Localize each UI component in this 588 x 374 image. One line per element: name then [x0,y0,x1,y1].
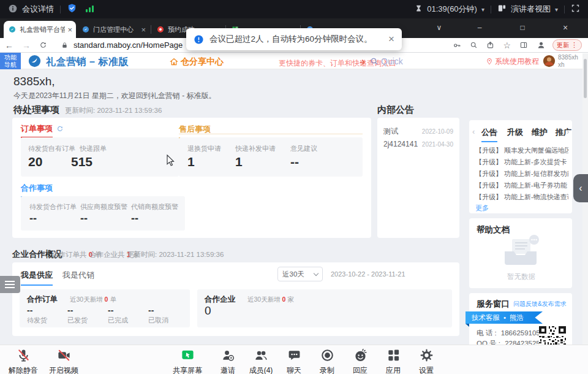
panel-collapse-handle[interactable]: ‹ [573,174,588,202]
browser-menu-icon[interactable]: ⋮ [571,41,578,49]
search-icon [370,57,379,66]
key-icon[interactable] [453,41,461,50]
stat2-prefix: 合作企业共 [89,251,125,258]
nav-line1: 功能 [0,54,21,61]
stat-value[interactable]: -- [131,212,138,225]
view-dropdown-icon[interactable]: ▾ [555,6,558,13]
date-range-text: 2023-10-22 - 2023-11-21 [331,270,405,278]
divider [564,6,565,13]
profile-avatar-icon[interactable] [537,40,546,50]
url-text[interactable]: standard.maboy.cn/HomePage [74,40,183,50]
side-panel-icon[interactable] [519,41,528,49]
mute-button[interactable]: 解除静音 [6,348,40,374]
members-button[interactable]: 成员(4) [244,348,278,374]
security-shield-icon[interactable] [67,3,77,15]
notice-item[interactable]: 【升级】 功能上新-多次提货卡 [475,158,568,167]
invite-button[interactable]: 邀请 [211,348,245,374]
function-nav-tab[interactable]: 功能 导航 [0,53,21,69]
forward-icon[interactable]: → [22,40,31,50]
order-matters-tab[interactable]: 订单事项 [21,123,53,138]
coop-orders-title: 合作订单 [27,294,58,305]
members-label: 成员(4) [244,365,278,374]
video-label: 开启视频 [47,365,81,374]
stat-value[interactable]: 20 [28,155,42,169]
quick-search-button[interactable]: Quick [370,56,403,66]
stat-value[interactable]: 515 [71,155,92,169]
stat-value[interactable]: -- [29,212,37,225]
stat-value[interactable]: 1 [235,155,243,169]
tab-close-icon[interactable]: × [67,25,72,34]
window-menu-icon[interactable]: ∨ [429,18,450,37]
stat-value[interactable]: -- [290,155,299,169]
notices-more-link[interactable]: 更多 [475,204,489,213]
tab-supplier[interactable]: 我是供应 [21,270,53,286]
bookmark-star-icon[interactable]: ☆ [503,40,511,50]
refresh-icon[interactable] [56,124,64,135]
notice-item[interactable]: 【升级】 功能上新-短信群发功能 [475,169,568,178]
window-close-icon[interactable]: × [555,18,576,37]
coop-orders-new: 近30天新增 0 单 [70,296,116,304]
meeting-detail-label[interactable]: 会议详情 [22,4,54,15]
apps-button[interactable]: 应用 [376,348,410,374]
bulletin-date: 2022-10-09 [422,128,453,135]
bulletin-item[interactable]: 2j4124141 2021-04-30 [383,140,453,148]
stat-value[interactable]: 1 [187,155,195,169]
range-select[interactable]: 近30天 [277,267,323,281]
ribbon-label: 技术客服 [472,313,500,322]
notice-tab-active[interactable]: 公告 [481,127,497,142]
aftersale-tab[interactable]: 售后事项 [179,124,211,139]
notice-tab[interactable]: 升级 [507,127,523,138]
window-maximize-icon[interactable]: □ [512,18,533,37]
window-minimize-icon[interactable]: – [469,18,490,37]
feedback-link[interactable]: 问题反馈&发布需求 [513,300,567,308]
notice-item[interactable]: 【升级】 功能上新-电子券功能 [475,181,568,190]
tab-close-icon[interactable]: × [141,25,146,34]
service-title: 服务窗口 [477,299,510,310]
user-name-block[interactable]: 8385xh xh [558,54,578,69]
share-center-link[interactable]: 仓分享中心 [170,56,224,67]
fullscreen-icon[interactable] [571,4,580,15]
page-scrollbar-thumb[interactable] [584,59,587,98]
lock-icon[interactable] [61,42,68,49]
timer-dropdown-icon[interactable]: ▾ [481,6,484,13]
settings-button[interactable]: 设置 [409,348,443,374]
zoom-icon[interactable] [470,41,478,49]
new-value: 0 [105,296,108,303]
bulletin-item[interactable]: 测试 2022-10-09 [383,126,453,137]
chat-label: 聊天 [277,365,311,374]
reload-icon[interactable] [39,41,47,49]
chat-button[interactable]: 聊天 [277,348,311,374]
meeting-info-icon[interactable] [8,4,18,15]
order-stats-box: 待发货自有订单 快递跟单 20 515 [21,137,179,177]
network-signal-icon[interactable] [85,4,95,15]
new-prefix: 近30天新增 [70,296,103,303]
bulletin-name: 2j4124141 [383,140,418,148]
tabs-scroll-left-icon[interactable]: ‹ [472,127,475,136]
tabs-scroll-right-icon[interactable]: › [567,127,569,136]
browser-tab[interactable]: 门店管理中心 × [77,21,149,38]
share-screen-button[interactable]: 共享屏幕 [170,348,205,374]
tab-agent[interactable]: 我是代销 [62,270,94,281]
browser-tab-active[interactable]: 礼盒营销平台管理中心 × [4,21,76,38]
stat-value[interactable]: -- [80,212,88,225]
brand-logo-icon [28,55,41,70]
notice-item[interactable]: 【升级】 顺丰发大闸蟹偏远地区不成功问... [475,146,568,155]
coop-matters-tab[interactable]: 合作事项 [21,183,53,197]
notice-tab[interactable]: 维护 [532,127,548,138]
view-mode-label[interactable]: 演讲者视图 [511,4,551,15]
notice-item[interactable]: 【升级】 功能上新-物流快递查询 [475,193,568,202]
service-window-card: 服务窗口 问题反馈&发布需求 技术客服 • 熊浩 电 话 : 186625910… [469,293,572,352]
record-button[interactable]: 录制 [310,348,344,374]
share-icon[interactable] [486,41,494,49]
tutorial-link[interactable]: 系统使用教程 [486,56,539,67]
camera-off-icon [57,348,71,362]
phone-number[interactable]: 18662591050 [501,329,544,337]
video-button[interactable]: 开启视频 [47,348,81,374]
floating-menu-handle[interactable] [0,276,20,293]
chat-icon [287,348,301,362]
banner-close-icon[interactable]: × [388,33,394,45]
reaction-button[interactable]: 回应 [343,348,377,374]
back-icon[interactable]: ← [5,40,13,50]
browser-update-button[interactable]: 更新 ⋮ [552,39,582,51]
user-avatar[interactable] [543,55,556,70]
